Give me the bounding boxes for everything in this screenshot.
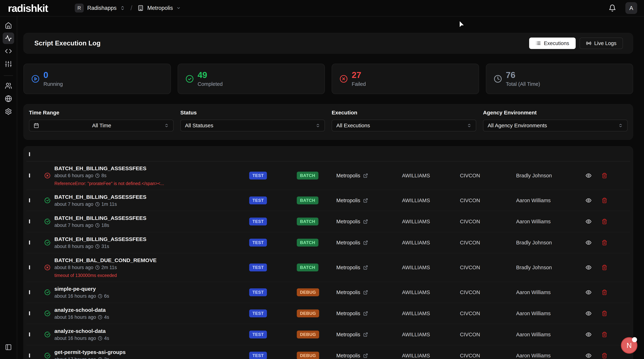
user-avatar[interactable]: A bbox=[626, 2, 637, 14]
delete-execution-button[interactable] bbox=[602, 353, 607, 359]
run-duration: 4s bbox=[104, 335, 109, 341]
run-duration: 31s bbox=[102, 243, 109, 249]
filter-select[interactable]: All Statuses bbox=[180, 120, 325, 131]
table-row: BATCH_EH_BILLING_ASSESSFEES about 8 hour… bbox=[26, 232, 630, 253]
external-link-icon[interactable] bbox=[363, 173, 368, 178]
view-execution-button[interactable] bbox=[586, 264, 592, 271]
view-execution-button[interactable] bbox=[586, 353, 592, 359]
run-time: about 16 hours ago bbox=[54, 293, 96, 299]
floating-user-avatar[interactable]: N bbox=[621, 337, 638, 354]
filter-select[interactable]: All Time bbox=[29, 120, 174, 131]
row-checkbox[interactable] bbox=[29, 173, 30, 178]
delete-execution-button[interactable] bbox=[602, 173, 607, 178]
view-execution-button[interactable] bbox=[586, 197, 592, 203]
view-execution-button[interactable] bbox=[586, 240, 592, 246]
users-icon bbox=[5, 82, 12, 89]
delete-execution-button[interactable] bbox=[602, 290, 607, 295]
bell-icon[interactable] bbox=[608, 4, 616, 12]
status-success-icon bbox=[44, 353, 50, 359]
sidebar-item-users[interactable] bbox=[3, 80, 14, 91]
chevrons-up-down-icon[interactable] bbox=[120, 5, 125, 10]
delete-execution-button[interactable] bbox=[602, 311, 607, 316]
view-toggle-button[interactable]: Executions bbox=[529, 37, 576, 49]
brand-logo: radishkit bbox=[8, 2, 48, 14]
delete-execution-button[interactable] bbox=[602, 240, 607, 246]
external-link-icon[interactable] bbox=[363, 265, 368, 270]
sidebar-collapse-toggle[interactable] bbox=[3, 342, 14, 353]
sidebar-item-code[interactable] bbox=[3, 45, 14, 57]
run-duration: 3s bbox=[104, 356, 109, 359]
external-link-icon[interactable] bbox=[363, 240, 368, 245]
main-content: Script Execution Log Executions Live Log… bbox=[17, 16, 644, 359]
filter-selected-value: All Agency Environments bbox=[488, 122, 615, 129]
stat-value: 76 bbox=[506, 71, 540, 79]
delete-execution-button[interactable] bbox=[602, 219, 607, 224]
stat-value: 27 bbox=[352, 71, 366, 79]
filter-select[interactable]: All Agency Environments bbox=[483, 120, 628, 131]
external-link-icon[interactable] bbox=[363, 311, 368, 316]
sidebar-divider bbox=[4, 75, 13, 76]
run-time: about 17 hours ago bbox=[54, 356, 96, 359]
table-row: BATCH_EH_BAL_DUE_COND_REMOVE about 8 hou… bbox=[26, 253, 630, 282]
type-badge: BATCH bbox=[297, 264, 318, 271]
view-execution-button[interactable] bbox=[586, 289, 592, 295]
sidebar-item-home[interactable] bbox=[3, 20, 14, 31]
row-checkbox[interactable] bbox=[29, 354, 30, 358]
org-switcher[interactable]: Radishapps bbox=[87, 5, 117, 11]
row-checkbox[interactable] bbox=[29, 332, 30, 337]
sidebar-item-environments[interactable] bbox=[3, 93, 14, 104]
script-name: BATCH_EH_BILLING_ASSESSFEES bbox=[54, 194, 146, 200]
sidebar-item-settings[interactable] bbox=[3, 106, 14, 117]
stat-value: 49 bbox=[198, 71, 223, 79]
status-success-icon bbox=[44, 219, 50, 225]
agency-name: Metropolis bbox=[336, 265, 360, 271]
external-link-icon[interactable] bbox=[363, 290, 368, 295]
project-switcher[interactable]: Metropolis bbox=[147, 5, 173, 11]
external-link-icon[interactable] bbox=[363, 353, 368, 358]
filter-select[interactable]: All Executions bbox=[332, 120, 476, 131]
row-checkbox[interactable] bbox=[29, 265, 30, 269]
filter-selected-value: All Executions bbox=[336, 122, 464, 129]
clock-icon bbox=[494, 75, 502, 83]
view-toggle-button[interactable]: Live Logs bbox=[580, 37, 623, 49]
view-execution-button[interactable] bbox=[586, 332, 592, 338]
floating-avatar-initial: N bbox=[627, 342, 632, 350]
row-checkbox[interactable] bbox=[29, 198, 30, 202]
page-header-panel: Script Execution Log Executions Live Log… bbox=[24, 33, 633, 54]
type-badge: BATCH bbox=[297, 172, 318, 179]
external-link-icon[interactable] bbox=[363, 332, 368, 337]
execution-badge: TEST bbox=[249, 196, 267, 204]
environment: CIVCON bbox=[460, 173, 516, 179]
view-execution-button[interactable] bbox=[586, 310, 592, 317]
select-all-checkbox[interactable] bbox=[29, 152, 30, 156]
sidebar-item-executions[interactable] bbox=[3, 32, 14, 44]
error-message: timeout of 130000ms exceeded bbox=[54, 273, 156, 278]
chevrons-up-down-icon bbox=[316, 123, 320, 128]
external-link-icon[interactable] bbox=[363, 219, 368, 224]
delete-execution-button[interactable] bbox=[602, 198, 607, 203]
status-success-icon bbox=[44, 289, 50, 295]
delete-execution-button[interactable] bbox=[602, 332, 607, 337]
clock-icon bbox=[95, 173, 100, 178]
agency-user: AWILLIAMS bbox=[402, 332, 460, 338]
view-execution-button[interactable] bbox=[586, 219, 592, 225]
delete-execution-button[interactable] bbox=[602, 265, 607, 270]
agency-name: Metropolis bbox=[336, 198, 360, 203]
row-checkbox[interactable] bbox=[29, 241, 30, 245]
row-checkbox[interactable] bbox=[29, 219, 30, 224]
script-name: get-permit-types-asi-groups bbox=[54, 349, 126, 356]
agency-user: AWILLIAMS bbox=[402, 173, 460, 179]
sliders-icon bbox=[5, 60, 12, 68]
chevron-down-icon[interactable] bbox=[176, 6, 181, 10]
filter-selected-value: All Time bbox=[42, 122, 161, 129]
clock-icon bbox=[95, 244, 100, 249]
filter-selected-value: All Statuses bbox=[185, 122, 312, 129]
row-checkbox[interactable] bbox=[29, 311, 30, 315]
execution-badge: TEST bbox=[249, 172, 267, 179]
sidebar-item-settings-sliders[interactable] bbox=[3, 58, 14, 70]
view-execution-button[interactable] bbox=[586, 173, 592, 179]
external-link-icon[interactable] bbox=[363, 198, 368, 203]
stats-row: 0 Running 49 Completed 27 Fa bbox=[24, 64, 633, 94]
play-circle-icon bbox=[31, 75, 40, 83]
row-checkbox[interactable] bbox=[29, 290, 30, 294]
